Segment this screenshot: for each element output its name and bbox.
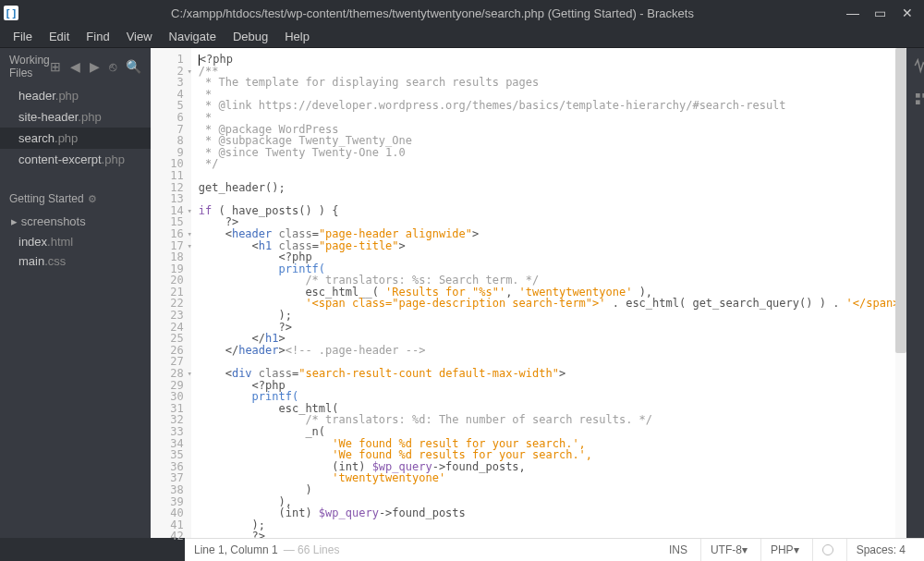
split-view-icon[interactable]: ⊞ — [50, 59, 61, 74]
show-in-tree-icon[interactable]: ⎋ — [109, 59, 116, 74]
vertical-scrollbar[interactable] — [895, 48, 906, 538]
sidebar: Working Files ⊞ ◀ ▶ ⎋ 🔍 header.php site-… — [0, 48, 151, 538]
menu-debug[interactable]: Debug — [225, 28, 275, 45]
menubar: File Edit Find View Navigate Debug Help — [0, 26, 924, 48]
nav-forward-icon[interactable]: ▶ — [90, 59, 100, 74]
working-files-label: Working Files — [9, 54, 50, 79]
indent-select[interactable]: Spaces: 4 — [846, 539, 915, 562]
folder-screenshots[interactable]: ▸ screenshots — [0, 211, 151, 232]
scrollbar-thumb[interactable] — [895, 48, 906, 353]
circle-icon — [822, 544, 833, 555]
live-preview-icon[interactable] — [913, 57, 924, 74]
working-file-site-header[interactable]: site-header.php — [0, 106, 151, 128]
working-file-content-excerpt[interactable]: content-excerpt.php — [0, 149, 151, 170]
svg-rect-2 — [916, 100, 920, 104]
close-button[interactable]: ✕ — [902, 7, 913, 18]
titlebar: [ ] C:/xampp/htdocs/test/wp-content/them… — [0, 0, 924, 26]
file-index-html[interactable]: index.html — [0, 232, 151, 251]
menu-find[interactable]: Find — [79, 28, 116, 45]
minimize-button[interactable]: — — [846, 7, 857, 18]
encoding-select[interactable]: UTF-8 ▾ — [700, 539, 757, 562]
menu-help[interactable]: Help — [277, 28, 317, 45]
language-select[interactable]: PHP ▾ — [760, 539, 808, 562]
code-content[interactable]: <?php /** * The template for displaying … — [191, 48, 906, 538]
insert-mode[interactable]: INS — [660, 539, 697, 562]
working-file-search[interactable]: search.php — [0, 128, 151, 149]
extensions-icon[interactable] — [913, 91, 924, 107]
cursor-position[interactable]: Line 1, Column 1 — [194, 543, 278, 556]
menu-file[interactable]: File — [6, 28, 40, 45]
svg-rect-0 — [916, 93, 920, 98]
statusbar: Line 1, Column 1 — 66 Lines INS UTF-8 ▾ … — [185, 538, 924, 561]
project-dropdown[interactable]: Getting Started ⚙ — [0, 187, 151, 211]
line-gutter: 12▾34567891011121314▾1516▾17▾18192021222… — [151, 48, 191, 538]
right-toolbar — [906, 48, 924, 538]
menu-navigate[interactable]: Navigate — [162, 28, 224, 45]
search-icon[interactable]: 🔍 — [126, 59, 141, 74]
nav-back-icon[interactable]: ◀ — [70, 59, 80, 74]
working-file-header[interactable]: header.php — [0, 85, 151, 106]
window-title: C:/xampp/htdocs/test/wp-content/themes/t… — [18, 6, 846, 20]
linting-status[interactable] — [812, 539, 843, 562]
menu-view[interactable]: View — [119, 28, 160, 45]
file-main-css[interactable]: main.css — [0, 251, 151, 271]
line-count: — 66 Lines — [284, 543, 340, 556]
editor[interactable]: 12▾34567891011121314▾1516▾17▾18192021222… — [151, 48, 924, 538]
maximize-button[interactable]: ▭ — [874, 7, 885, 18]
menu-edit[interactable]: Edit — [42, 28, 77, 45]
gear-icon: ⚙ — [88, 193, 97, 205]
app-logo: [ ] — [4, 6, 18, 20]
